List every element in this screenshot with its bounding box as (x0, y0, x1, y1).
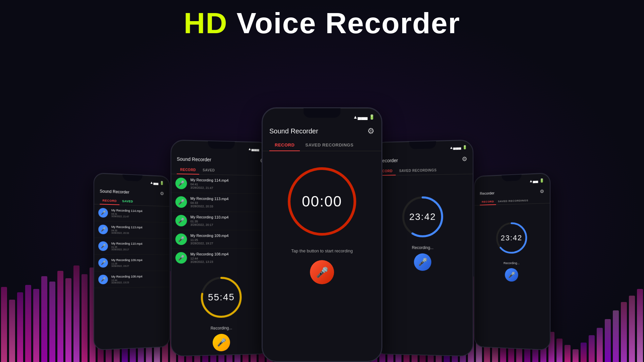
tab-saved-far-left[interactable]: SAVED (119, 197, 136, 205)
recording-name-far-left-5: My Recording 108.mp4 (111, 275, 143, 279)
phone-left-inner: ▲▄▄▄ 🔋 Sound Recorder ⚙ RECORD SAVED 🎤 M… (171, 140, 270, 356)
mic-icon-left-4: 🎤 (175, 234, 187, 245)
timer-display-center: 00:00 (302, 193, 342, 210)
recording-meta-far-left-1: 04:413/28/2022, 21:47 (111, 213, 143, 218)
recording-meta-left-4: 11:253/28/2022, 19:27 (191, 238, 229, 245)
recording-info-far-left-2: My Recording 113.mp4 04:333/28/2022, 20:… (111, 225, 143, 235)
settings-icon-far-right[interactable]: ⚙ (540, 188, 544, 194)
timer-display-right: 23:42 (409, 212, 436, 223)
recording-item-left-2[interactable]: 🎤 My Recording 113.mp4 04:333/28/2022, 2… (171, 193, 270, 212)
settings-icon-far-left[interactable]: ⚙ (160, 191, 164, 196)
settings-icon-center[interactable]: ⚙ (367, 126, 375, 136)
recording-info-left-3: My Recording 110.mp4 01:353/28/2022, 20:… (191, 215, 229, 227)
app-title-far-left: Sound Recorder (100, 189, 129, 194)
phones-container: ▲▄▄ 🔋 Sound Recorder ⚙ RECORD SAVED 🎤 My… (0, 67, 644, 362)
recording-name-left-1: My Recording 114.mp4 (191, 178, 229, 183)
notch-right (409, 141, 436, 149)
battery-icon-right: 🔋 (463, 145, 467, 149)
battery-icon-far-right: 🔋 (539, 178, 544, 183)
signal-icon-right: ▲▄▄▄ (449, 145, 461, 149)
recording-name-left-4: My Recording 109.mp4 (191, 234, 229, 238)
recording-list-far-left: 🎤 My Recording 114.mp4 04:413/28/2022, 2… (94, 204, 169, 350)
recording-info-far-left-4: My Recording 109.mp4 11:253/28/2022, 19:… (111, 258, 143, 267)
recording-name-far-left-3: My Recording 110.mp4 (111, 242, 143, 245)
recording-info-left-5: My Recording 108.mp4 12:443/28/2022, 13:… (191, 252, 229, 263)
tab-record-far-right[interactable]: RECORD (480, 198, 496, 205)
phone-right: ▲▄▄▄ 🔋 Recorder ⚙ CORD SAVED RECORDINGS … (373, 139, 473, 357)
recording-item-left-5[interactable]: 🎤 My Recording 108.mp4 12:443/28/2022, 1… (171, 249, 270, 266)
recording-meta-far-left-2: 04:333/28/2022, 20:33 (111, 229, 143, 234)
app-header-center: Sound Recorder ⚙ (263, 123, 381, 139)
recorder-state-far-right: 23:42 Recording... 🎤 (475, 203, 550, 285)
settings-icon-right[interactable]: ⚙ (462, 155, 467, 163)
recording-item-far-left-5[interactable]: 🎤 My Recording 108.mp4 12:443/28/2022, 1… (94, 271, 169, 288)
recording-name-left-2: My Recording 113.mp4 (191, 196, 229, 201)
battery-icon-center: 🔋 (369, 114, 375, 120)
mic-icon-far-left-5: 🎤 (98, 275, 108, 285)
recording-info-left-1: My Recording 114.mp4 04:413/28/2022, 21:… (191, 178, 229, 190)
tab-saved-right[interactable]: SAVED RECORDINGS (396, 166, 440, 175)
recording-meta-left-3: 01:353/28/2022, 20:17 (191, 220, 229, 227)
title-rest: Voice Recorder (228, 6, 461, 40)
timer-display-left: 55:45 (208, 292, 235, 303)
timer-display-far-right: 23:42 (501, 234, 522, 243)
tab-record-far-left[interactable]: RECORD (100, 197, 119, 205)
signal-icon-far-right: ▲▄▄ (529, 179, 538, 183)
recording-item-far-left-4[interactable]: 🎤 My Recording 109.mp4 11:253/28/2022, 1… (94, 255, 169, 272)
phone-right-inner: ▲▄▄▄ 🔋 Recorder ⚙ CORD SAVED RECORDINGS … (374, 140, 473, 356)
timer-circle-center: 00:00 (285, 165, 359, 238)
recording-meta-far-left-3: 01:353/28/2022, 20:17 (111, 246, 143, 251)
signal-icon-left: ▲▄▄▄ (248, 147, 259, 151)
phone-left: ▲▄▄▄ 🔋 Sound Recorder ⚙ RECORD SAVED 🎤 M… (171, 139, 271, 357)
title-hd: HD (184, 6, 228, 40)
recording-info-left-2: My Recording 113.mp4 04:333/28/2022, 20:… (191, 196, 229, 208)
tab-saved-far-right[interactable]: SAVED RECORDINGS (496, 197, 531, 204)
mic-icon-far-left-1: 🎤 (98, 208, 108, 218)
recording-meta-left-1: 04:413/28/2022, 21:47 (191, 183, 229, 190)
phone-far-left-inner: ▲▄▄ 🔋 Sound Recorder ⚙ RECORD SAVED 🎤 My… (94, 173, 169, 350)
recording-status-far-right: Recording... (503, 261, 520, 265)
tab-record-center[interactable]: RECORD (269, 139, 300, 151)
app-header-right: Recorder ⚙ (374, 153, 473, 167)
recording-name-far-left-1: My Recording 114.mp4 (111, 208, 143, 213)
notch-center (304, 108, 340, 118)
tabs-left: RECORD SAVED (171, 165, 270, 176)
signal-icon-far-left: ▲▄▄ (150, 180, 159, 185)
tab-record-left[interactable]: RECORD (177, 165, 199, 174)
battery-icon-far-left: 🔋 (160, 181, 164, 185)
recording-meta-left-2: 04:333/28/2022, 20:33 (191, 201, 229, 208)
mic-icon-far-left-4: 🎤 (98, 258, 108, 268)
record-button-left[interactable]: 🎤 (213, 334, 230, 351)
record-button-far-right[interactable]: 🎤 (505, 268, 518, 282)
record-button-right[interactable]: 🎤 (414, 253, 431, 271)
record-button-center[interactable]: 🎤 (310, 260, 334, 284)
phone-far-right: ▲▄▄ 🔋 Recorder ⚙ RECORD SAVED RECORDINGS… (474, 173, 550, 351)
timer-circle-far-right: 23:42 (495, 221, 528, 255)
mic-icon-left-5: 🎤 (175, 252, 187, 263)
app-title-center: Sound Recorder (269, 127, 318, 135)
recording-info-far-left-3: My Recording 110.mp4 01:353/28/2022, 20:… (111, 242, 143, 251)
recording-name-far-left-2: My Recording 113.mp4 (111, 225, 143, 229)
recording-item-far-left-3[interactable]: 🎤 My Recording 110.mp4 01:353/28/2022, 2… (94, 238, 169, 255)
app-title-left: Sound Recorder (177, 156, 211, 162)
recording-item-left-4[interactable]: 🎤 My Recording 109.mp4 11:253/28/2022, 1… (171, 230, 270, 249)
recording-info-left-4: My Recording 109.mp4 11:253/28/2022, 19:… (191, 234, 229, 245)
mic-icon-far-left-3: 🎤 (98, 241, 108, 251)
tab-saved-center[interactable]: SAVED RECORDINGS (300, 139, 359, 151)
recording-meta-far-left-4: 11:253/28/2022, 19:27 (111, 262, 143, 267)
recording-item-left-1[interactable]: 🎤 My Recording 114.mp4 04:413/28/2022, 2… (171, 174, 270, 194)
phone-center: ▲▄▄▄ 🔋 Sound Recorder ⚙ RECORD SAVED REC… (262, 107, 382, 362)
timer-circle-right: 23:42 (401, 195, 444, 239)
recording-info-far-left-1: My Recording 114.mp4 04:413/28/2022, 21:… (111, 208, 143, 218)
recording-meta-far-left-5: 12:443/28/2022, 13:23 (111, 279, 143, 284)
mic-icon-far-left-2: 🎤 (98, 225, 108, 234)
app-header-left: Sound Recorder ⚙ (171, 153, 270, 167)
recording-item-far-left-1[interactable]: 🎤 My Recording 114.mp4 04:413/28/2022, 2… (94, 204, 169, 223)
tab-saved-left[interactable]: SAVED (199, 166, 218, 175)
mic-icon-left-3: 🎤 (175, 215, 187, 227)
phone-far-left: ▲▄▄ 🔋 Sound Recorder ⚙ RECORD SAVED 🎤 My… (94, 173, 170, 351)
recording-item-left-3[interactable]: 🎤 My Recording 110.mp4 01:353/28/2022, 2… (171, 212, 270, 231)
recording-item-far-left-2[interactable]: 🎤 My Recording 113.mp4 04:333/28/2022, 2… (94, 221, 169, 239)
recording-list-left: 🎤 My Recording 114.mp4 04:413/28/2022, 2… (171, 174, 270, 265)
page-title-section: HD Voice Recorder (0, 6, 644, 40)
